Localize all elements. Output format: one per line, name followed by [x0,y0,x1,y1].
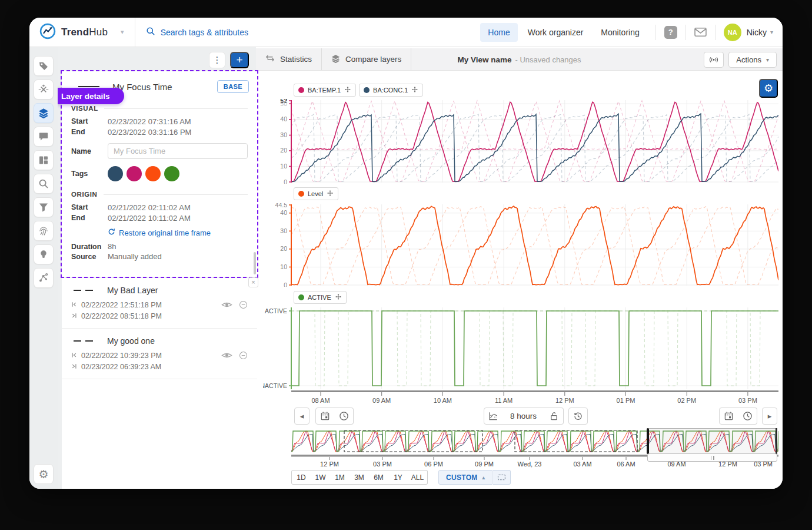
svg-text:03 PM: 03 PM [738,397,757,404]
svg-text:10: 10 [280,263,287,270]
svg-text:08 AM: 08 AM [311,397,330,404]
chart2-plot[interactable]: 44.5403020100 [263,203,778,287]
trendhub-logo-icon [39,22,56,42]
chart-settings-button[interactable]: ⚙ [759,79,778,98]
layer-dashed-swatch [74,340,93,342]
remove-layer-icon[interactable] [238,351,249,360]
duration-value: 8h [108,242,116,251]
eye-icon[interactable] [221,351,232,360]
trendhub-logo[interactable]: TrendHub [39,22,108,42]
tab-work-organizer[interactable]: Work organizer [520,23,591,42]
move-icon [335,293,342,302]
custom-range-button[interactable]: CUSTOM▴ [438,470,492,485]
tag-color-dot[interactable] [164,166,179,181]
history-icon-button[interactable] [568,408,588,425]
tab-home[interactable]: Home [480,23,517,42]
range-button-1y[interactable]: 1Y [388,470,408,485]
legend-chip-level[interactable]: Level [294,187,338,200]
range-button-1m[interactable]: 1M [330,470,350,485]
tags-label: Tags [71,170,108,178]
actions-dropdown[interactable]: Actions▾ [728,52,777,68]
move-icon [327,190,334,198]
start-label: Start [71,203,108,213]
panel-scrollbar[interactable] [254,252,256,274]
calendar-start-icon-button[interactable] [315,408,335,425]
clock-end-icon-button[interactable] [738,408,757,425]
statistics-button[interactable]: Statistics [256,48,322,70]
skip-start-icon [71,350,77,362]
layer-list-item[interactable]: My Bad Layer02/22/2022 12:51:18 PM02/22/… [62,278,257,329]
brand-chevron-down-icon[interactable]: ▾ [121,28,124,36]
range-button-6m[interactable]: 6M [369,470,389,485]
remove-layer-icon[interactable] [238,300,249,309]
range-button-1d[interactable]: 1D [291,470,311,485]
tab-monitoring[interactable]: Monitoring [593,23,647,42]
search-icon [146,26,155,38]
range-button-3m[interactable]: 3M [350,470,370,485]
svg-text:01 PM: 01 PM [617,397,635,404]
comment-icon-button[interactable] [34,127,54,147]
layers-icon-button[interactable] [34,103,54,123]
user-name[interactable]: Nicky [747,28,767,37]
legend-chip-ba-temp-1[interactable]: BA:TEMP.1 [294,84,356,97]
selection-drag-handle[interactable] [647,453,777,462]
help-button[interactable]: ? [664,26,677,39]
svg-text:09 AM: 09 AM [372,397,391,404]
compare-scale-icon-button[interactable] [484,408,503,425]
overview-selection-window[interactable] [647,428,777,454]
end-value: 02/23/2022 03:31:16 PM [108,127,191,137]
layer-list-item[interactable]: My good one02/22/2022 10:39:23 PM02/23/2… [62,329,257,379]
legend-chip-ba-conc-1[interactable]: BA:CONC.1 [359,84,423,97]
legend-chip-active[interactable]: ACTIVE [294,291,347,304]
step-back-button[interactable]: ◂ [294,408,310,425]
clock-start-icon-button[interactable] [334,408,354,425]
fingerprint-icon-button[interactable] [34,221,54,241]
range-button-all[interactable]: ALL [408,470,428,485]
nodes-icon-button[interactable] [34,268,54,288]
formula-icon-button[interactable] [34,80,54,100]
user-avatar[interactable]: NA [724,24,741,41]
range-button-1w[interactable]: 1W [311,470,331,485]
tag-color-dot[interactable] [108,166,123,181]
divider [655,25,656,40]
divider [685,25,686,40]
custom-range-selection-icon-button[interactable] [493,470,511,485]
tiles-icon-button[interactable] [34,150,54,170]
search-input[interactable] [161,28,325,37]
calendar-end-icon-button[interactable] [719,408,738,425]
eye-icon[interactable] [221,300,232,309]
bulb-icon-button[interactable] [34,244,54,264]
svg-text:02 PM: 02 PM [677,397,696,404]
duration-button[interactable]: 8 hours [502,408,545,425]
layers-panel: ⋮ + My Focus Time BASE VISUAL Start02/23… [58,47,256,489]
restore-time-frame-link[interactable]: Restore original time frame [108,228,248,237]
refresh-icon [108,228,115,237]
svg-text:10 AM: 10 AM [434,397,452,404]
funnel-icon-button[interactable] [34,197,54,217]
timeline-overview[interactable]: 12 PM03 PM06 PM09 PMWed, 2303 AM06 AM09 … [291,429,778,468]
chart3-plot[interactable]: ACTIVEINACTIVE08 AM09 AM10 AM11 AM12 PM0… [263,306,778,405]
live-mode-button[interactable] [704,52,724,68]
search-icon-button[interactable] [34,174,54,194]
tag-color-dot[interactable] [145,166,161,181]
svg-text:0: 0 [284,178,287,184]
range-footer: 1D1W1M3M6M1YALLCUSTOM▴ [256,470,783,485]
base-badge[interactable]: BASE [217,80,249,93]
compare-layers-button[interactable]: Compare layers [322,48,411,70]
panel-menu-button[interactable]: ⋮ [209,52,225,68]
step-forward-button[interactable]: ▸ [762,408,777,425]
lock-duration-icon-button[interactable] [544,408,564,425]
user-chevron-down-icon[interactable]: ▾ [770,29,773,35]
close-icon[interactable]: × [248,277,258,287]
layer-name-input[interactable] [108,143,248,159]
svg-text:03 AM: 03 AM [573,461,591,468]
layer-tags-row: Tags [71,166,248,181]
tag-icon-button[interactable] [34,56,54,76]
svg-text:03 PM: 03 PM [373,461,392,468]
start-value: 02/21/2022 02:11:02 AM [108,203,191,213]
mail-icon[interactable] [694,27,707,37]
tag-color-dot[interactable] [127,166,142,181]
chart1-plot[interactable]: 5250403020100 [263,99,778,184]
add-layer-button[interactable]: + [230,52,249,68]
settings-gear-button[interactable]: ⚙ [34,464,54,484]
